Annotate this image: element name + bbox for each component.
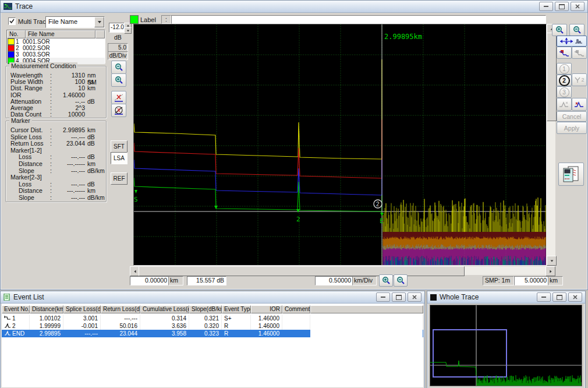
trace-titlebar[interactable]: Trace [1, 1, 587, 13]
event-ior: 1.46000 [251, 315, 282, 322]
marker-2-place-button[interactable]: 2 [572, 73, 587, 86]
event-col-header[interactable]: Slope(dB/km) [189, 305, 222, 313]
label-field[interactable] [171, 15, 546, 24]
multi-trace-checkbox[interactable] [8, 17, 16, 25]
info-label: Return Loss [10, 140, 44, 147]
minimize-icon[interactable] [539, 2, 553, 11]
event-row[interactable]: 1 1.00102 3.001 ---.--- 0.314 0.321 S+ 1… [2, 315, 423, 322]
chart-hscrollbar[interactable] [130, 266, 555, 275]
event-return-loss: 50.016 [101, 322, 140, 330]
cursor-x-field[interactable]: 0.00000 [130, 276, 169, 285]
fit-whole-trace-button[interactable] [557, 36, 587, 47]
event-row-selected[interactable]: END 2.99895 ---.--- 23.044 3.958 0.323 R… [2, 330, 423, 337]
marker-2-button[interactable]: 2 [557, 75, 572, 86]
hscale-field[interactable]: 0.50000 [315, 276, 353, 285]
info-colon: : [50, 160, 52, 167]
apply-button[interactable]: Apply [557, 122, 587, 134]
report-button[interactable] [558, 163, 584, 186]
info-unit: dB/km [87, 194, 105, 201]
start-marker-icon[interactable] [134, 190, 137, 193]
offset-value: -12.0 [111, 24, 124, 30]
event-detect-button[interactable] [557, 98, 572, 111]
close-icon[interactable] [408, 292, 421, 302]
main-chart[interactable]: 2.99895km S 2 E 2 [133, 24, 547, 266]
trace-event-edit-button[interactable] [557, 47, 572, 59]
multi-trace-label: Multi Trace [18, 18, 49, 25]
maximize-icon[interactable] [552, 292, 566, 302]
file-row[interactable]: 2 0002.SOR [7, 45, 105, 51]
hscale-unit: km/Div [352, 276, 377, 285]
horizontal-zoom-in-button[interactable] [379, 274, 393, 287]
info-colon: : [50, 84, 52, 91]
offset-spin-down-icon[interactable] [124, 27, 132, 34]
zoom-region-rect[interactable] [433, 330, 506, 377]
marker-drop-icon [574, 76, 581, 83]
maximize-icon[interactable] [392, 292, 406, 302]
file-col-no[interactable]: No. [7, 30, 26, 38]
scroll-right-icon[interactable] [546, 266, 555, 276]
file-col-name[interactable]: File Name [26, 30, 95, 38]
event-col-header[interactable]: Comment [282, 305, 310, 313]
two-point-method-button[interactable] [111, 91, 126, 104]
info-row: Dist. Range:10km [10, 84, 102, 91]
vertical-zoom-in-button[interactable] [111, 73, 126, 87]
scroll-down-icon[interactable] [547, 256, 557, 266]
info-row: Wavelength:1310nm SM [10, 72, 102, 78]
marker-3-button[interactable]: 3 [557, 86, 572, 98]
magnifier-minus-icon [115, 63, 123, 72]
minimize-icon[interactable] [376, 292, 390, 302]
marker-clear-button[interactable] [111, 104, 126, 117]
trace-event-edit-alt-button[interactable] [572, 47, 587, 59]
close-icon[interactable] [568, 292, 582, 302]
chart-vscrollbar[interactable] [547, 24, 555, 266]
sft-button[interactable]: SFT [111, 140, 127, 153]
info-colon: : [50, 167, 52, 174]
event-col-header[interactable]: Distance(km) [30, 305, 63, 313]
file-row[interactable]: 3 0003.SOR [7, 51, 105, 58]
zoom-out-button[interactable] [569, 24, 585, 36]
event-col-header[interactable]: Event No. [2, 305, 30, 313]
file-name: 0002.SOR [23, 45, 50, 51]
whole-trace-titlebar[interactable]: Whole Trace [427, 291, 585, 304]
file-filter-dropdown[interactable]: File Name [45, 16, 105, 28]
event-col-header[interactable]: Event Type [222, 305, 251, 313]
event-type: S+ [222, 315, 251, 322]
event-col-header[interactable]: Cumulative Loss(dB) [140, 305, 189, 313]
lsa-button[interactable]: LSA [111, 152, 127, 164]
marker-1-button[interactable]: 1 [557, 63, 572, 75]
event-filler [310, 315, 423, 322]
file-row[interactable]: 1 0001.SOR [7, 38, 105, 45]
event2-marker-icon[interactable] [296, 209, 300, 213]
event-splice-loss: ---.--- [63, 330, 101, 337]
trace-window-title: Trace [15, 2, 33, 10]
info-label: Marker[2-3] [10, 174, 42, 181]
info-label: Distance [19, 187, 42, 194]
event-col-header[interactable]: Return Loss(dB) [101, 305, 140, 313]
offset-spinner[interactable]: -12.0 [109, 23, 125, 33]
event-col-header[interactable]: Splice Loss(dB) [63, 305, 101, 313]
ref-button[interactable]: REF [111, 172, 127, 185]
horizontal-zoom-out-button[interactable] [394, 274, 408, 287]
minimize-icon[interactable] [537, 292, 551, 302]
whole-trace-chart[interactable] [430, 305, 582, 386]
info-colon: : [50, 187, 52, 194]
maximize-icon[interactable] [555, 2, 569, 11]
info-value: ---.--- [55, 194, 85, 201]
event-row[interactable]: 2 1.99999 -0.001 50.016 3.636 0.320 R 1.… [2, 322, 423, 330]
info-row: Loss:---.---dB [10, 181, 102, 187]
event-mark-button[interactable] [572, 98, 587, 111]
info-colon: : [50, 111, 52, 118]
vscroll-thumb[interactable] [547, 33, 557, 121]
dropdown-arrow-icon[interactable] [94, 17, 104, 27]
vertical-zoom-out-button[interactable] [111, 61, 126, 74]
label-color-chip [130, 15, 139, 24]
event-list-titlebar[interactable]: Event List [1, 291, 424, 304]
info-unit: ns [87, 78, 94, 85]
event-col-header[interactable]: IOR [251, 305, 282, 313]
cancel-button[interactable]: Cancel [557, 111, 587, 122]
info-unit: dB [87, 153, 95, 160]
info-label: Average [10, 104, 33, 111]
zoom-in-button[interactable] [552, 24, 567, 36]
close-icon[interactable] [571, 2, 585, 11]
hscroll-thumb[interactable] [139, 266, 465, 276]
